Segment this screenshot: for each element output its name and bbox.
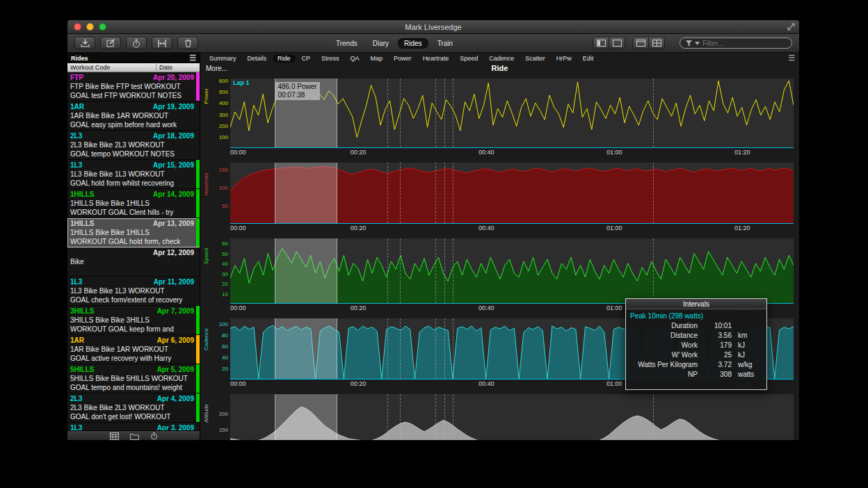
ride-tab-details[interactable]: Details <box>243 54 272 63</box>
workout-item[interactable]: 2L3Apr 4, 20092L3 Bike Bike 2L3 WORKOUTG… <box>67 393 200 423</box>
workout-item[interactable]: 5HILLSApr 5, 20095HILLS Bike Bike 5HILLS… <box>67 364 200 393</box>
workout-item-header: FTPApr 20, 2009 <box>70 73 194 82</box>
selection-region[interactable] <box>275 163 337 223</box>
calendar-icon[interactable] <box>110 432 119 440</box>
stat-unit: km <box>732 331 764 341</box>
view-tab-train[interactable]: Train <box>431 38 459 49</box>
chart-axis-title-heartrate: Heartrate <box>202 163 211 233</box>
workout-item-header: 2L3Apr 4, 2009 <box>70 394 194 403</box>
ride-tab-cadence[interactable]: Cadence <box>484 54 519 63</box>
panel-left-icon[interactable] <box>593 37 609 49</box>
ride-tabs: SummaryDetailsRideCPStressQAMapPowerHear… <box>200 53 799 63</box>
content: Rides ☰ Workout Code Date FTPApr 20, 200… <box>67 53 799 441</box>
workout-item[interactable]: FTPApr 20, 2009FTP Bike Bike FTP test WO… <box>67 72 200 101</box>
workout-item[interactable]: 1L3Apr 3, 2009 <box>67 423 200 430</box>
ride-menu-icon[interactable]: ☰ <box>788 54 795 62</box>
zoom-button[interactable] <box>99 23 106 31</box>
view-tab-rides[interactable]: Rides <box>398 38 428 49</box>
minimize-button[interactable] <box>86 23 94 31</box>
filter-input[interactable] <box>702 40 786 47</box>
workout-item[interactable]: Apr 12, 2009Bike <box>67 247 200 277</box>
interval-marker <box>387 79 388 147</box>
interval-marker <box>453 238 453 303</box>
ride-tab-power[interactable]: Power <box>389 54 417 63</box>
workout-item[interactable]: 1L3Apr 11, 20091L3 Bike Bike 1L3 WORKOUT… <box>67 277 200 306</box>
selection-region[interactable] <box>275 394 337 441</box>
trash-button[interactable] <box>177 37 198 49</box>
titlebar[interactable]: Mark Liversedge <box>67 20 799 34</box>
ride-color-strip <box>196 306 200 334</box>
ride-tab-ride[interactable]: Ride <box>273 54 296 63</box>
xaxis-label: 00:00 <box>230 304 246 311</box>
ytick-label: 100 <box>219 133 228 140</box>
chart-plot-power[interactable]: Lap 1486.0 Power00:07:38 <box>230 79 794 148</box>
column-date[interactable]: Date <box>156 64 200 71</box>
workout-desc-line1: 1L3 Bike Bike 1L3 WORKOUT <box>70 286 194 295</box>
workout-desc-line1: 3HILLS Bike Bike 3HILLS <box>70 316 194 325</box>
ytick-label: 40 <box>222 261 228 267</box>
folder-icon[interactable] <box>130 433 139 440</box>
expand-icon[interactable] <box>787 23 795 31</box>
stopwatch-icon[interactable] <box>150 432 158 440</box>
ride-tab-qa[interactable]: QA <box>346 54 364 63</box>
workout-code: FTP <box>70 73 83 82</box>
column-workout-code[interactable]: Workout Code <box>67 64 156 71</box>
workout-item[interactable]: 1HILLSApr 14, 20091HILLS Bike Bike 1HILL… <box>67 189 200 218</box>
workout-code: 2L3 <box>70 394 82 403</box>
grid-icon[interactable] <box>648 37 665 49</box>
interval-marker <box>444 79 445 147</box>
panel-bottom-icon[interactable] <box>609 37 625 49</box>
workout-date: Apr 20, 2009 <box>153 73 194 82</box>
ytick-label: 60 <box>222 241 228 247</box>
ride-tab-edit[interactable]: Edit <box>578 54 599 63</box>
workout-item[interactable]: 1ARApr 6, 20091AR Bike Bike 1AR WORKOUTG… <box>67 335 200 364</box>
selection-region[interactable] <box>275 238 337 303</box>
sidebar-menu-icon[interactable]: ☰ <box>189 54 196 62</box>
chart-plot-altitude[interactable] <box>230 394 794 441</box>
workout-item-header: 5HILLSApr 5, 2009 <box>70 365 194 374</box>
interval-marker <box>435 394 436 441</box>
interval-stat-row: Watts Per Kilogram3.72w/kg <box>626 360 766 370</box>
ride-tab-scatter[interactable]: Scatter <box>520 54 550 63</box>
ride-tab-cp[interactable]: CP <box>297 54 316 63</box>
selection-region[interactable] <box>275 318 337 379</box>
stat-label: Duration <box>626 321 702 331</box>
sidebar-column-headers[interactable]: Workout Code Date <box>67 63 200 72</box>
workout-item[interactable]: 1L3Apr 15, 20091L3 Bike Bike 1L3 WORKOUT… <box>67 160 200 189</box>
ride-tab-speed[interactable]: Speed <box>455 54 483 63</box>
interval-marker <box>387 318 388 379</box>
columns-icon[interactable] <box>632 37 649 49</box>
interval-marker <box>453 318 453 379</box>
intervals-popup[interactable]: Intervals Peak 10min (298 watts) Duratio… <box>625 298 767 390</box>
stat-unit: kJ <box>732 350 764 360</box>
chart-plot-speed[interactable] <box>230 238 794 304</box>
stat-unit: watts <box>732 370 764 380</box>
ride-tab-heartrate[interactable]: Heartrate <box>418 54 454 63</box>
download-button[interactable] <box>74 37 95 49</box>
workout-item[interactable]: 1HILLSApr 13, 20091HILLS Bike Bike 1HILL… <box>67 218 200 247</box>
workout-desc-line1: 2L3 Bike Bike 2L3 WORKOUT <box>70 140 194 149</box>
close-button[interactable] <box>74 23 81 31</box>
ride-tab-hrpw[interactable]: HrPw <box>552 54 577 63</box>
ytick-label: 10 <box>222 291 228 297</box>
interval-marker <box>444 163 445 223</box>
interval-stat-row: Duration10:01 <box>626 321 766 331</box>
chart-plot-heartrate[interactable] <box>230 163 794 224</box>
intervals-button[interactable] <box>152 37 172 49</box>
workout-item[interactable]: 2L3Apr 18, 20092L3 Bike Bike 2L3 WORKOUT… <box>67 131 200 160</box>
ride-tab-map[interactable]: Map <box>366 54 388 63</box>
ytick-label: 50 <box>222 203 228 209</box>
view-tab-diary[interactable]: Diary <box>367 38 395 49</box>
ride-tab-stress[interactable]: Stress <box>316 54 344 63</box>
workout-item[interactable]: 3HILLSApr 7, 20093HILLS Bike Bike 3HILLS… <box>67 306 200 335</box>
view-tab-trends[interactable]: Trends <box>330 38 364 49</box>
ride-color-strip <box>196 218 200 247</box>
stopwatch-button[interactable] <box>126 37 147 49</box>
ride-tab-summary[interactable]: Summary <box>204 54 241 63</box>
ytick-label: 200 <box>219 410 228 416</box>
workout-date: Apr 6, 2009 <box>157 336 194 345</box>
intervals-popup-title[interactable]: Intervals <box>626 299 766 309</box>
workout-item[interactable]: 1ARApr 19, 20091AR Bike Bike 1AR WORKOUT… <box>67 101 200 131</box>
compose-button[interactable] <box>100 37 121 49</box>
filter-field[interactable] <box>680 38 792 49</box>
